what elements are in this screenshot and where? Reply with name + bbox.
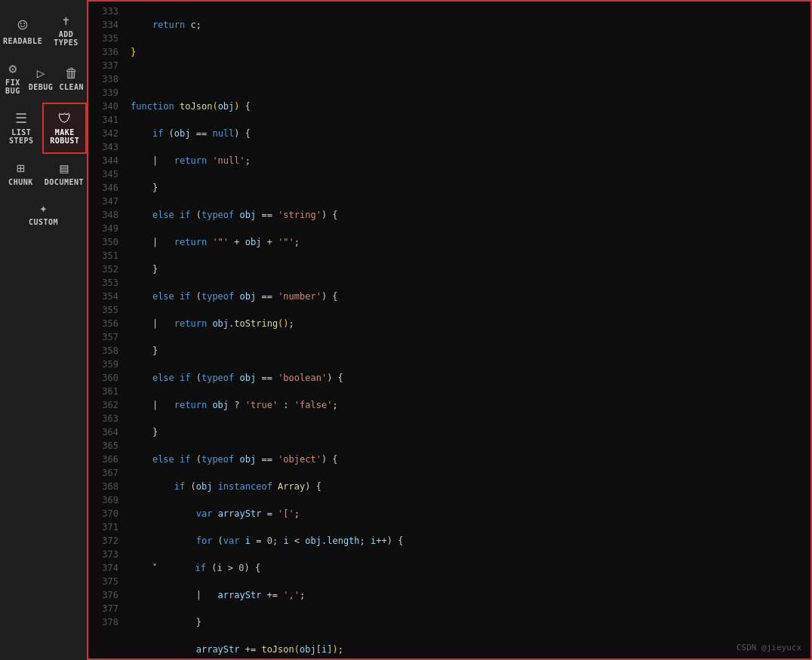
sidebar-label-debug: DEBUG (29, 83, 54, 91)
watermark: CSDN @jieyucx (737, 643, 801, 652)
sidebar-item-debug[interactable]: ▷ DEBUG (26, 54, 57, 103)
chunk-icon: ⊞ (17, 161, 25, 175)
code-content: return c; } function toJson(obj) { if (o… (125, 2, 810, 658)
sidebar-item-readable[interactable]: ☺ READABLE (0, 8, 45, 54)
sidebar-label-fix-bug: FIX BUG (3, 78, 23, 95)
sidebar-label-make-robust: MAKE ROBUST (47, 128, 82, 145)
list-steps-icon: ☰ (15, 112, 27, 125)
code-container: 333334335336337 338339340341342 34334434… (88, 2, 810, 658)
debug-icon: ▷ (37, 66, 45, 80)
sidebar-item-custom[interactable]: ✦ CUSTOM (0, 194, 87, 234)
sidebar-item-clean[interactable]: 🗑 CLEAN (56, 54, 87, 103)
clean-icon: 🗑 (65, 66, 78, 80)
custom-icon: ✦ (39, 201, 48, 215)
sidebar-label-chunk: CHUNK (8, 178, 33, 186)
sidebar-label-add-types: ADD TYPES (48, 30, 84, 47)
sidebar-item-document[interactable]: ▤ DOCUMENT (42, 154, 87, 194)
sidebar-item-make-robust[interactable]: 🛡 MAKE ROBUST (42, 103, 87, 154)
line-numbers: 333334335336337 338339340341342 34334434… (88, 2, 125, 658)
sidebar-label-readable: READABLE (3, 37, 42, 45)
sidebar-item-fix-bug[interactable]: ⚙ FIX BUG (0, 54, 26, 103)
sidebar-label-document: DOCUMENT (45, 178, 84, 186)
fix-bug-icon: ⚙ (8, 62, 17, 75)
sidebar-item-chunk[interactable]: ⊞ CHUNK (0, 154, 42, 194)
add-types-icon: ✝ (63, 15, 70, 27)
code-panel: 333334335336337 338339340341342 34334434… (87, 0, 812, 660)
sidebar-item-list-steps[interactable]: ☰ LIST STEPS (0, 103, 42, 154)
sidebar-label-list-steps: LIST STEPS (3, 128, 39, 145)
make-robust-icon: 🛡 (58, 112, 72, 125)
sidebar-label-clean: CLEAN (59, 83, 84, 91)
sidebar: ☺ READABLE ✝ ADD TYPES ⚙ FIX BUG ▷ DEBUG… (0, 0, 87, 660)
sidebar-label-custom: CUSTOM (29, 218, 58, 226)
sidebar-item-add-types[interactable]: ✝ ADD TYPES (45, 8, 87, 54)
document-icon: ▤ (60, 161, 68, 175)
readable-icon: ☺ (17, 17, 27, 34)
